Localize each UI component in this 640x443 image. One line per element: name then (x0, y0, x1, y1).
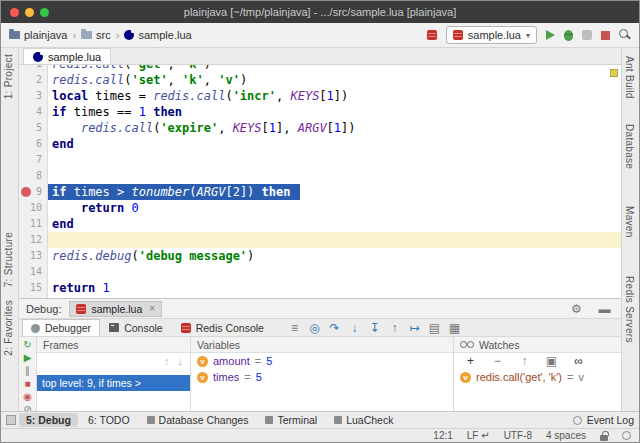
minimize-window-icon[interactable] (25, 8, 34, 17)
lock-icon[interactable] (600, 435, 608, 441)
code-line[interactable] (48, 264, 621, 280)
code-line[interactable] (48, 232, 621, 248)
variable-row[interactable]: vamount=5 (191, 353, 453, 369)
equals-sign: = (567, 371, 573, 383)
code-line[interactable]: redis.call('set', 'k', 'v') (48, 72, 621, 88)
search-icon[interactable] (619, 29, 631, 41)
run-to-cursor-icon[interactable]: ↦ (405, 321, 424, 335)
indent-widget[interactable]: 4 spaces (546, 430, 586, 441)
inspection-marker-icon[interactable] (610, 69, 618, 77)
move-watch-up-icon[interactable]: ↑ (515, 354, 534, 368)
step-over-icon[interactable]: ↷ (325, 321, 344, 335)
editor-line: 5 redis.call('expire', KEYS[1], ARGV[1]) (19, 120, 621, 136)
close-window-icon[interactable] (10, 8, 19, 17)
redis-icon (76, 304, 86, 314)
stop-icon[interactable]: ■ (20, 378, 36, 390)
watch-row[interactable]: vredis.call('get', 'k')=v (454, 369, 621, 385)
breadcrumb-item-src[interactable]: src (81, 29, 111, 41)
event-log-button[interactable]: Event Log (573, 414, 634, 426)
tool-window-button-maven[interactable]: Maven (624, 206, 635, 238)
code-token: 'set' (131, 73, 167, 87)
code-line[interactable]: return 0 (48, 200, 621, 216)
code-editor[interactable]: 1redis.call('get', 'k')2redis.call('set'… (19, 65, 621, 298)
force-step-into-icon[interactable]: ↧ (365, 321, 384, 335)
run-configuration-select[interactable]: sample.lua ▾ (446, 26, 537, 44)
watch-value: v (578, 371, 584, 383)
code-line[interactable]: redis.call('get', 'k') (48, 65, 621, 72)
add-watch-icon[interactable]: + (461, 354, 480, 368)
tool-window-tab-database-changes[interactable]: Database Changes (140, 413, 256, 427)
show-watches-icon[interactable]: ∞ (569, 354, 588, 368)
close-icon[interactable]: × (149, 303, 155, 314)
tool-window-tab-terminal[interactable]: Terminal (258, 413, 324, 427)
duplicate-watch-icon[interactable]: ▣ (542, 354, 561, 368)
code-line[interactable] (48, 296, 621, 298)
variable-value: 5 (266, 355, 272, 367)
debug-button[interactable] (564, 30, 573, 41)
coverage-button[interactable] (582, 30, 592, 40)
zoom-window-icon[interactable] (40, 8, 49, 17)
code-line[interactable] (48, 152, 621, 168)
variable-row[interactable]: vtimes=5 (191, 369, 453, 385)
remove-watch-icon[interactable]: − (488, 354, 507, 368)
run-button[interactable] (546, 30, 555, 40)
debug-tab-console[interactable]: Console (100, 319, 172, 336)
pause-icon[interactable]: ∥ (20, 365, 36, 377)
code-line[interactable]: redis.call('expire', KEYS[1], ARGV[1]) (48, 120, 621, 136)
code-line[interactable]: end (48, 216, 621, 232)
breadcrumb-item-sample-lua[interactable]: sample.lua (124, 29, 191, 41)
inspections-hector-icon[interactable] (622, 431, 631, 440)
frame-down-icon[interactable]: ↓ (178, 355, 184, 367)
tool-window-button-redis-servers[interactable]: Redis Servers (624, 276, 635, 343)
view-options-icon[interactable]: ≡ (285, 321, 304, 335)
breakpoint-icon[interactable] (21, 187, 31, 197)
line-ending-widget[interactable]: LF ↵ (467, 430, 490, 441)
evaluate-expression-icon[interactable]: ▤ (425, 321, 444, 335)
editor-tab-sample-lua[interactable]: sample.lua (23, 48, 111, 64)
tool-window-button-ant-build[interactable]: Ant Build (624, 56, 635, 99)
view-breakpoints-icon[interactable]: ◉ (20, 391, 36, 403)
breadcrumb-item-plainjava[interactable]: plainjava (9, 29, 67, 41)
code-token: 1 (139, 105, 146, 119)
code-line[interactable]: if times == 1 then (48, 104, 621, 120)
code-line[interactable] (48, 168, 621, 184)
code-line[interactable]: return 1 (48, 280, 621, 296)
resume-icon[interactable]: ▶ (20, 352, 36, 364)
editor-tab-label: sample.lua (48, 51, 101, 63)
step-into-icon[interactable]: ↓ (345, 321, 364, 335)
line-number: 9 (36, 186, 42, 197)
rerun-icon[interactable]: ↻ (20, 339, 36, 351)
redis-icon[interactable] (427, 30, 437, 40)
caret-position[interactable]: 12:1 (433, 430, 452, 441)
code-token: ARGV (298, 121, 327, 135)
tool-window-tab-5-debug[interactable]: 5: Debug (19, 413, 78, 427)
layout-settings-icon[interactable]: ▦ (445, 321, 464, 335)
frames-nav-toolbar: ↑↓ (37, 353, 190, 369)
tool-window-button-7-structure[interactable]: 7: Structure (3, 232, 14, 287)
editor-gutter: 8 (19, 168, 48, 184)
stack-frame-row[interactable]: top level: 9, if times > (37, 375, 190, 391)
code-line[interactable]: if times > tonumber(ARGV[2]) then (48, 184, 621, 200)
debug-tab-debugger[interactable]: Debugger (22, 319, 100, 336)
run-configuration-label: sample.lua (468, 29, 521, 41)
breadcrumb-label: plainjava (24, 29, 67, 41)
tool-window-button-database[interactable]: Database (624, 124, 635, 169)
code-line[interactable]: local times = redis.call('incr', KEYS[1]… (48, 88, 621, 104)
debug-session-tab[interactable]: sample.lua × (69, 301, 162, 317)
tool-window-switcher-icon[interactable] (6, 415, 16, 425)
settings-gear-icon[interactable]: ⚙ (567, 302, 586, 316)
code-line[interactable]: redis.debug('debug message') (48, 248, 621, 264)
step-out-icon[interactable]: ↑ (385, 321, 404, 335)
stop-button[interactable] (601, 31, 610, 40)
code-line[interactable]: end (48, 136, 621, 152)
debug-tab-redis-console[interactable]: Redis Console (172, 319, 273, 336)
tool-window-button-1-project[interactable]: 1: Project (3, 54, 14, 99)
tool-window-tab-luacheck[interactable]: LuaCheck (327, 413, 400, 427)
show-execution-point-icon[interactable]: ◎ (305, 321, 324, 335)
hide-window-icon[interactable]: ▬ (595, 302, 614, 316)
frame-up-icon[interactable]: ↑ (164, 355, 170, 367)
encoding-widget[interactable]: UTF-8 (504, 430, 532, 441)
tool-window-tab-6-todo[interactable]: 6: TODO (81, 413, 137, 427)
variable-name: times (213, 371, 239, 383)
tool-window-button-2-favorites[interactable]: 2: Favorites (3, 300, 14, 356)
